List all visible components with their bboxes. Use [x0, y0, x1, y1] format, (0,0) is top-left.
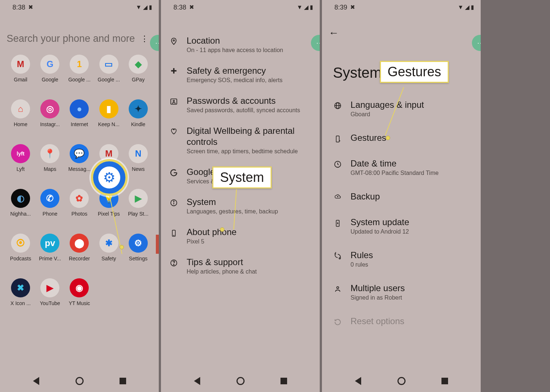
wellbeing-icon	[168, 128, 179, 135]
callout-dot	[220, 227, 224, 232]
app-label: YouTube	[40, 300, 60, 306]
settings-item-tips-support[interactable]: Tips & support Help articles, phone & ch…	[161, 251, 320, 281]
settings-item-about-phone[interactable]: About phone Pixel 5	[161, 221, 320, 251]
app-icon: 💬	[70, 144, 89, 163]
nav-home-button[interactable]	[72, 374, 87, 388]
system-item-multiple-users[interactable]: Multiple users Signed in as Robert	[322, 275, 481, 308]
app-photos[interactable]: ✿Photos	[65, 187, 94, 232]
update-icon	[332, 219, 343, 228]
svg-point-18	[337, 287, 339, 289]
settings-item-subtitle: Languages, gestures, time, backup	[187, 208, 312, 215]
nav-back-button[interactable]	[351, 374, 365, 388]
wifi-icon: ▼	[297, 4, 302, 10]
settings-item-title: Digital Wellbeing & parental controls	[187, 125, 312, 147]
app-google[interactable]: GGoogle	[35, 53, 65, 98]
system-item-title: System update	[351, 217, 473, 228]
settings-item-digital-wellbeing-parental-controls[interactable]: Digital Wellbeing & parental controls Sc…	[161, 120, 320, 161]
nav-recent-button[interactable]	[115, 374, 130, 388]
system-item-subtitle: Signed in as Robert	[351, 294, 473, 301]
app-yt-music[interactable]: ◉YT Music	[65, 277, 94, 322]
app-internet[interactable]: ●Internet	[65, 98, 94, 143]
gesture-icon	[332, 135, 343, 143]
app-home[interactable]: ⌂Home	[6, 98, 35, 143]
settings-item-location[interactable]: Location On - 11 apps have access to loc…	[161, 29, 320, 59]
medical-icon	[168, 67, 179, 76]
callout-gestures-label: Gestures	[380, 61, 449, 83]
nav-home-button[interactable]	[233, 374, 248, 388]
app-gpay[interactable]: ◆GPay	[124, 53, 153, 98]
app-recorder[interactable]: ⬤Recorder	[65, 232, 94, 277]
system-item-gestures[interactable]: Gestures	[322, 125, 481, 151]
app-label: Settings	[129, 256, 148, 261]
system-item-backup[interactable]: Backup	[322, 184, 481, 209]
navigation-bar	[161, 370, 320, 392]
settings-item-subtitle: On - 11 apps have access to location	[187, 47, 312, 54]
app-settings[interactable]: ⚙Settings	[124, 232, 153, 277]
app-keep-n-[interactable]: ▮Keep N...	[94, 98, 124, 143]
status-bar: 8:38 ✖ ▼ ◢ ▮	[0, 0, 159, 15]
app-label: Google ...	[98, 77, 120, 83]
app-messag-[interactable]: 💬Messag...	[65, 143, 94, 187]
app-instagr-[interactable]: ◎Instagr...	[35, 98, 65, 143]
app-label: YT Music	[69, 300, 90, 306]
svg-point-10	[173, 264, 174, 265]
app-google-[interactable]: ▭Google ...	[94, 53, 124, 98]
settings-item-system[interactable]: System Languages, gestures, time, backup	[161, 191, 320, 221]
wifi-icon: ▼	[136, 4, 142, 10]
app-icon: ⬤	[70, 234, 89, 253]
app-google-[interactable]: 1Google ...	[65, 53, 94, 98]
system-item-rules[interactable]: Rules 0 rules	[322, 242, 481, 275]
app-gmail[interactable]: MGmail	[6, 53, 35, 98]
nav-recent-button[interactable]	[276, 374, 291, 388]
system-settings-list[interactable]: Languages & input Gboard Gestures Date &…	[322, 92, 481, 360]
app-phone[interactable]: ✆Phone	[35, 187, 65, 232]
settings-item-subtitle: Emergency SOS, medical info, alerts	[187, 77, 312, 84]
settings-item-subtitle: Screen time, app timers, bedtime schedul…	[187, 148, 312, 155]
app-icon: ◐	[11, 189, 30, 208]
nav-back-button[interactable]	[29, 374, 43, 388]
nav-recent-button[interactable]	[437, 374, 452, 388]
app-youtube[interactable]: ▶YouTube	[35, 277, 65, 322]
app-icon: ✱	[99, 234, 118, 253]
settings-item-passwords-accounts[interactable]: Passwords & accounts Saved passwords, au…	[161, 89, 320, 120]
app-nighha-[interactable]: ◐Nighha...	[6, 187, 35, 232]
app-icon: ▭	[99, 55, 118, 74]
app-icon: 📍	[40, 144, 59, 163]
app-lyft[interactable]: lyftLyft	[6, 143, 35, 187]
system-item-title: Gestures	[351, 132, 473, 143]
system-item-system-update[interactable]: System update Updated to Android 12	[322, 209, 481, 242]
system-item-subtitle: Updated to Android 12	[351, 228, 473, 235]
app-play-st-[interactable]: ▶Play St...	[124, 187, 153, 232]
app-label: Lyft	[16, 166, 25, 172]
app-maps[interactable]: 📍Maps	[35, 143, 65, 187]
app-news[interactable]: NNews	[124, 143, 153, 187]
header-back-button[interactable]: ←	[322, 15, 481, 39]
system-item-languages-input[interactable]: Languages & input Gboard	[322, 92, 481, 125]
settings-item-safety-emergency[interactable]: Safety & emergency Emergency SOS, medica…	[161, 59, 320, 89]
app-prime-v-[interactable]: pvPrime V...	[35, 232, 65, 277]
system-item-title: Rules	[351, 250, 473, 261]
app-label: Play St...	[128, 211, 148, 217]
settings-list[interactable]: Location On - 11 apps have access to loc…	[161, 15, 320, 307]
app-label: Keep N...	[98, 121, 120, 127]
status-bar: 8:39 ✖ ▼ ◢ ▮	[322, 0, 481, 15]
dnd-icon: ✖	[189, 4, 194, 10]
phone-screen-settings-list: 8:38 ✖ ▼ ◢ ▮ Location On - 11 apps have …	[161, 0, 320, 392]
app-podcasts[interactable]: ⦿Podcasts	[6, 232, 35, 277]
system-item-title: Date & time	[351, 158, 473, 169]
app-label: Nighha...	[10, 211, 31, 217]
system-item-subtitle: Gboard	[351, 111, 473, 118]
app-x-icon-[interactable]: ✖X Icon ...	[6, 277, 35, 322]
nav-home-button[interactable]	[394, 374, 409, 388]
navigation-bar	[0, 370, 159, 392]
system-item-date-time[interactable]: Date & time GMT-08:00 Pacific Standard T…	[322, 151, 481, 184]
phone-screen-app-drawer: 8:38 ✖ ▼ ◢ ▮ Search your phone and more …	[0, 0, 159, 392]
settings-item-title: Safety & emergency	[187, 65, 312, 76]
system-item-title: Backup	[351, 191, 473, 202]
account-icon	[168, 98, 179, 106]
system-item-reset-options[interactable]: Reset options	[322, 308, 481, 334]
app-kindle[interactable]: ✦Kindle	[124, 98, 153, 143]
search-input[interactable]: Search your phone and more	[7, 33, 135, 44]
reset-icon	[332, 318, 343, 326]
nav-back-button[interactable]	[190, 374, 204, 388]
